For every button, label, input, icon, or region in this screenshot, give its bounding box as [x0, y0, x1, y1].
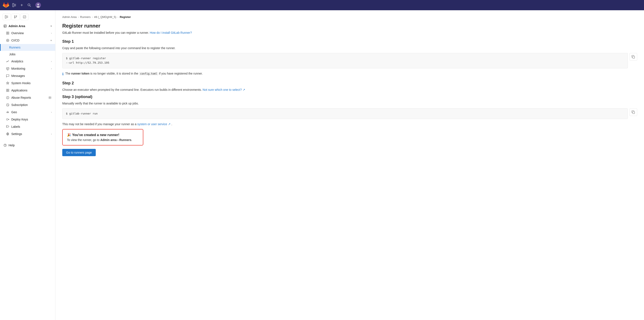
svg-rect-17	[23, 16, 26, 18]
sidebar-item-analytics[interactable]: Analytics ›	[0, 58, 55, 65]
search-icon[interactable]	[26, 2, 32, 8]
applications-icon	[6, 88, 10, 92]
success-title: 🎉 You've created a new runner!	[67, 133, 138, 137]
sidebar-item-subscription[interactable]: Subscription	[0, 101, 55, 108]
step3-copy-button[interactable]	[630, 108, 637, 116]
applications-label: Applications	[11, 89, 52, 92]
analytics-label: Analytics	[11, 60, 49, 63]
monitoring-label: Monitoring	[11, 67, 49, 70]
sidebar-tab-todo[interactable]	[20, 14, 28, 20]
geo-icon	[6, 110, 10, 114]
sidebar-item-deploy-keys[interactable]: Deploy Keys	[0, 116, 55, 123]
breadcrumb-runners[interactable]: Runners	[80, 15, 91, 19]
settings-chevron-icon: ›	[51, 133, 52, 135]
sidebar-toggle-icon[interactable]	[11, 2, 18, 8]
subscription-icon	[6, 103, 10, 107]
step3-code-wrapper: $ gitlab-runner run	[62, 108, 637, 119]
svg-rect-1	[14, 4, 16, 5]
svg-rect-24	[6, 33, 8, 34]
sidebar-item-system-hooks[interactable]: System Hooks	[0, 79, 55, 87]
system-hooks-icon	[6, 81, 10, 85]
admin-chevron-icon: ▾	[50, 25, 52, 28]
sidebar-item-overview[interactable]: Overview ›	[0, 30, 55, 37]
sidebar-item-labels[interactable]: Labels	[0, 123, 55, 130]
sidebar-item-help[interactable]: Help	[0, 141, 55, 149]
labels-icon	[6, 125, 10, 129]
sidebar-item-settings[interactable]: Settings ›	[0, 130, 55, 137]
top-bar: +	[0, 0, 644, 10]
svg-rect-25	[8, 33, 9, 34]
user-avatar-icon[interactable]	[34, 1, 42, 9]
svg-point-7	[37, 4, 39, 5]
step3-title: Step 3 (optional)	[62, 95, 637, 99]
step3-code-block: $ gitlab-runner run	[62, 108, 628, 119]
gitlab-logo[interactable]	[2, 2, 10, 9]
messages-label: Messages	[11, 74, 52, 78]
svg-point-38	[7, 111, 8, 113]
labels-label: Labels	[11, 125, 52, 128]
svg-line-5	[30, 6, 31, 7]
sidebar-section-admin[interactable]: Admin Area ▾	[0, 23, 55, 30]
sidebar-tab-sidebar[interactable]	[2, 14, 11, 20]
cicd-label: CI/CD	[11, 39, 49, 42]
sidebar-item-cicd[interactable]: CI/CD ▾	[0, 37, 55, 44]
overview-icon	[6, 31, 10, 35]
sidebar-item-runners[interactable]: Runners	[0, 44, 55, 51]
sidebar-tab-mr[interactable]	[12, 14, 20, 20]
main-content: Admin Area › Runners › #8 (_QMDghM_5) › …	[56, 10, 644, 320]
install-link[interactable]: How do I install GitLab Runner?	[150, 31, 192, 34]
step1-code-block: $ gitlab-runner register --url http://52…	[62, 53, 628, 68]
page-title: Register runner	[62, 23, 637, 29]
subscription-label: Subscription	[11, 103, 52, 107]
step1-code-wrapper: $ gitlab-runner register --url http://52…	[62, 53, 637, 68]
sidebar-item-messages[interactable]: Messages	[0, 72, 55, 79]
breadcrumb-runner-id[interactable]: #8 (_QMDghM_5)	[94, 15, 116, 19]
service-link[interactable]: system or user service ↗	[137, 122, 172, 126]
abuse-reports-label: Abuse Reports	[11, 96, 46, 99]
step3-desc: Manually verify that the runner is avail…	[62, 101, 637, 106]
jobs-label: Jobs	[9, 53, 52, 56]
help-label: Help	[8, 143, 15, 147]
sidebar: Admin Area ▾ Overview ›	[0, 10, 56, 320]
svg-rect-32	[6, 91, 8, 92]
breadcrumb-admin[interactable]: Admin Area	[62, 15, 76, 19]
step1-title: Step 1	[62, 39, 637, 44]
svg-rect-18	[4, 25, 6, 27]
monitoring-icon	[6, 67, 10, 71]
step1-copy-button[interactable]	[630, 53, 637, 61]
admin-icon	[4, 24, 7, 28]
step1-desc: Copy and paste the following command int…	[62, 46, 637, 50]
sidebar-item-abuse-reports[interactable]: Abuse Reports 0	[0, 94, 55, 101]
info-icon: ℹ	[62, 72, 64, 77]
sidebar-item-monitoring[interactable]: Monitoring ›	[0, 65, 55, 72]
cicd-chevron-icon: ▾	[50, 39, 52, 42]
goto-runners-button[interactable]: Go to runners page	[62, 149, 96, 156]
settings-icon	[6, 132, 10, 136]
executor-link[interactable]: Not sure which one to select? ↗	[202, 88, 245, 91]
svg-rect-22	[6, 32, 8, 33]
system-hooks-label: System Hooks	[11, 81, 52, 85]
layout: Admin Area ▾ Overview ›	[0, 10, 644, 320]
svg-point-8	[37, 6, 40, 8]
svg-point-13	[14, 16, 15, 17]
svg-point-39	[6, 118, 8, 120]
breadcrumb-current: Register	[120, 15, 131, 19]
sidebar-item-applications[interactable]: Applications	[0, 87, 55, 94]
help-icon	[4, 143, 7, 147]
cicd-icon	[6, 39, 10, 42]
intro-text: GitLab Runner must be installed before y…	[62, 31, 637, 35]
new-item-icon[interactable]: +	[19, 2, 24, 9]
analytics-icon	[6, 59, 10, 63]
info-note-text: The runner token is no longer visible, i…	[65, 71, 202, 76]
sidebar-item-jobs[interactable]: Jobs	[0, 51, 55, 58]
svg-rect-10	[6, 16, 8, 16]
abuse-reports-icon	[6, 96, 10, 100]
step2-desc: Choose an executor when prompted by the …	[62, 88, 637, 92]
svg-rect-9	[5, 15, 6, 18]
sidebar-item-geo[interactable]: Geo ›	[0, 108, 55, 116]
svg-rect-31	[8, 89, 9, 90]
sidebar-admin-label: Admin Area	[8, 24, 25, 28]
overview-chevron-icon: ›	[51, 32, 52, 34]
info-note: ℹ The runner token is no longer visible,…	[62, 71, 637, 77]
step2-title: Step 2	[62, 81, 637, 85]
